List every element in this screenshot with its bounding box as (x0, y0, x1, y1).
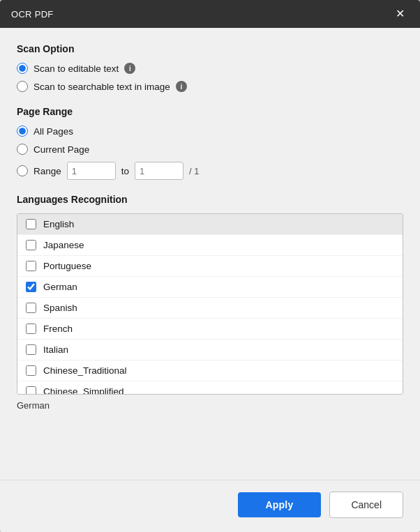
language-name: English (43, 219, 74, 229)
list-item[interactable]: Portuguese (17, 256, 403, 277)
apply-button[interactable]: Apply (238, 492, 322, 517)
language-name: Japanese (43, 240, 84, 250)
languages-list[interactable]: EnglishJapanesePortugueseGermanSpanishFr… (17, 213, 403, 395)
list-item[interactable]: English (17, 214, 403, 235)
cancel-button[interactable]: Cancel (329, 492, 403, 518)
range-row: Range to / 1 (17, 162, 403, 180)
range-radio[interactable] (17, 165, 28, 176)
language-checkbox[interactable] (26, 240, 36, 250)
language-name: Chinese_Simplified (43, 386, 124, 395)
languages-section: Languages Recognition EnglishJapanesePor… (17, 194, 403, 469)
language-name: Portuguese (43, 261, 91, 271)
all-pages-radio[interactable] (17, 126, 28, 137)
scan-option-title: Scan Option (17, 43, 403, 54)
language-checkbox[interactable] (26, 282, 36, 292)
list-item[interactable]: Spanish (17, 298, 403, 319)
scan-editable-label: Scan to editable text (33, 63, 119, 74)
language-checkbox[interactable] (26, 344, 36, 355)
list-item[interactable]: Italian (17, 340, 403, 360)
range-from-input[interactable] (67, 162, 116, 180)
list-item[interactable]: Chinese_Simplified (17, 381, 403, 395)
languages-title: Languages Recognition (17, 194, 403, 205)
current-page-radio[interactable] (17, 144, 28, 155)
language-name: German (43, 282, 77, 292)
language-name: French (43, 324, 73, 334)
language-name: Spanish (43, 303, 77, 313)
language-checkbox[interactable] (26, 365, 36, 376)
list-item[interactable]: Japanese (17, 235, 403, 256)
language-name: Italian (43, 344, 68, 355)
dialog-title: OCR PDF (11, 9, 54, 20)
language-checkbox[interactable] (26, 219, 36, 229)
language-checkbox[interactable] (26, 261, 36, 271)
scan-searchable-info-icon: i (176, 81, 187, 92)
scan-editable-radio[interactable] (17, 63, 28, 74)
list-item[interactable]: German (17, 277, 403, 298)
scan-option-group: Scan to editable text i Scan to searchab… (17, 63, 403, 92)
ocr-pdf-dialog: OCR PDF ✕ Scan Option Scan to editable t… (0, 0, 420, 532)
language-name: Chinese_Traditional (43, 365, 127, 376)
dialog-footer: Apply Cancel (0, 480, 420, 532)
list-item[interactable]: Chinese_Traditional (17, 360, 403, 381)
dialog-content: Scan Option Scan to editable text i Scan… (0, 28, 420, 480)
page-range-title: Page Range (17, 106, 403, 117)
title-bar: OCR PDF ✕ (0, 0, 420, 28)
language-checkbox[interactable] (26, 303, 36, 313)
scan-searchable-label: Scan to searchable text in image (33, 82, 170, 92)
all-pages-label: All Pages (33, 126, 73, 137)
range-to-input[interactable] (135, 162, 183, 180)
scan-editable-row: Scan to editable text i (17, 63, 403, 74)
range-to-separator: to (121, 166, 129, 176)
all-pages-row: All Pages (17, 126, 403, 137)
scan-searchable-radio[interactable] (17, 81, 28, 92)
language-checkbox[interactable] (26, 386, 36, 395)
selected-lang-label: German (17, 400, 403, 414)
scan-searchable-row: Scan to searchable text in image i (17, 81, 403, 92)
language-checkbox[interactable] (26, 324, 36, 334)
close-button[interactable]: ✕ (391, 7, 409, 21)
page-range-section: Page Range All Pages Current Page Range … (17, 106, 403, 180)
list-item[interactable]: French (17, 319, 403, 340)
range-label: Range (33, 166, 61, 176)
scan-editable-info-icon: i (124, 63, 135, 74)
page-range-radios: All Pages Current Page Range to / 1 (17, 126, 403, 180)
current-page-row: Current Page (17, 144, 403, 155)
range-total: / 1 (189, 166, 199, 176)
current-page-label: Current Page (33, 144, 89, 155)
